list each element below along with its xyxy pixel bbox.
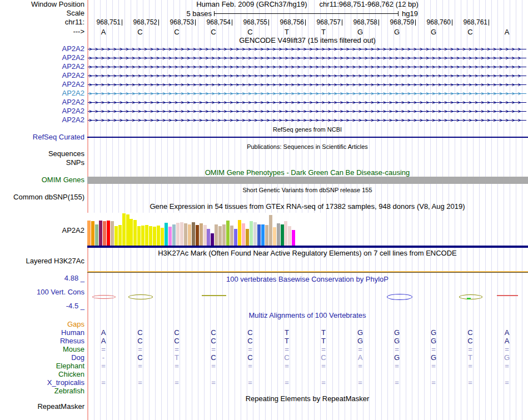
omim-track-title[interactable]: OMIM Gene Phenotypes - Dark Green Can Be… <box>87 169 527 177</box>
dbsnp-track-title[interactable]: Short Genetic Variants from dbSNP releas… <box>87 186 527 194</box>
phylop-wiggle-mark <box>387 294 412 300</box>
gene-transcript-row[interactable]: >>>>>>>>>>>>>>>>>>>>>>>>>>>>>>>>>>>>>>>>… <box>87 71 527 80</box>
alignment-base: = <box>96 345 111 353</box>
gene-transcript-row[interactable]: >>>>>>>>>>>>>>>>>>>>>>>>>>>>>>>>>>>>>>>>… <box>87 80 527 89</box>
ruler-tick-mark <box>232 19 232 26</box>
gtex-tissue-bar <box>265 225 268 246</box>
layered-h3k27ac-label[interactable]: Layered H3K27Ac <box>0 257 84 265</box>
gtex-track-title[interactable]: Gene Expression in 54 tissues from GTEx … <box>87 203 527 211</box>
alignment-base: T <box>316 337 331 345</box>
strand-arrowheads: >>>>>>>>>>>>>>>>>>>>>>>>>>>>>>>>>>>>>>>>… <box>89 107 524 116</box>
gtex-tissue-bar <box>165 223 168 246</box>
omim-gene-bar[interactable] <box>87 177 528 184</box>
alignment-base: = <box>280 362 294 370</box>
refseq-curated-label[interactable]: RefSeq Curated <box>0 133 84 141</box>
sequences-label[interactable]: Sequences <box>0 150 84 158</box>
gene-transcript-row[interactable]: >>>>>>>>>>>>>>>>>>>>>>>>>>>>>>>>>>>>>>>>… <box>87 53 527 62</box>
gtex-tissue-bar <box>184 223 187 246</box>
alignment-base: = <box>96 362 111 370</box>
gtex-tissue-bar <box>141 226 145 246</box>
refseq-track-title[interactable]: RefSeq genes from NCBI <box>87 126 527 133</box>
publications-track-title[interactable]: Publications: Sequences in Scientific Ar… <box>87 143 527 151</box>
ruler-tick-mark <box>268 19 269 26</box>
gtex-tissue-bar <box>292 230 295 246</box>
alignment-base: = <box>463 362 477 370</box>
phylop-track-title[interactable]: 100 vertebrates Basewise Conservation by… <box>87 276 527 283</box>
alignment-base: G <box>500 353 514 362</box>
alignment-base: = <box>206 378 221 387</box>
gtex-tissue-bar <box>103 221 106 246</box>
gencode-gene-label[interactable]: AP2A2 <box>0 89 84 97</box>
species-label-chicken[interactable]: Chicken <box>0 370 84 378</box>
gene-transcript-row[interactable]: >>>>>>>>>>>>>>>>>>>>>>>>>>>>>>>>>>>>>>>>… <box>87 89 527 98</box>
strand-arrowheads: >>>>>>>>>>>>>>>>>>>>>>>>>>>>>>>>>>>>>>>>… <box>89 53 524 62</box>
snps-label[interactable]: SNPs <box>0 159 84 167</box>
gencode-gene-label[interactable]: AP2A2 <box>0 107 84 115</box>
chromosome-label: chr11: <box>0 18 84 26</box>
multiz-track-title[interactable]: Multiz Alignments of 100 Vertebrates <box>87 312 527 319</box>
gene-transcript-row[interactable]: >>>>>>>>>>>>>>>>>>>>>>>>>>>>>>>>>>>>>>>>… <box>87 98 527 107</box>
gencode-gene-label[interactable]: AP2A2 <box>0 63 84 71</box>
ruler-tick-mark <box>342 19 342 26</box>
gene-transcript-row[interactable]: >>>>>>>>>>>>>>>>>>>>>>>>>>>>>>>>>>>>>>>>… <box>87 116 527 124</box>
alignment-base: = <box>426 362 441 370</box>
phylop-wiggle-mark <box>128 294 153 299</box>
alignment-base: = <box>280 345 294 353</box>
species-label-zebrafish[interactable]: Zebrafish <box>0 387 84 395</box>
repeatmasker-label[interactable]: RepeatMasker <box>0 403 84 411</box>
gencode-gene-label[interactable]: AP2A2 <box>0 54 84 62</box>
gtex-tissue-bar <box>269 215 272 246</box>
strand-arrowheads: >>>>>>>>>>>>>>>>>>>>>>>>>>>>>>>>>>>>>>>>… <box>89 89 524 98</box>
species-label-gaps[interactable]: Gaps <box>0 320 84 328</box>
common-dbsnp-label[interactable]: Common dbSNP(155) <box>0 193 84 201</box>
species-label-dog[interactable]: Dog <box>0 353 84 362</box>
gtex-tissue-bar <box>129 219 133 246</box>
alignment-base: T <box>170 353 184 362</box>
gene-transcript-row[interactable]: >>>>>>>>>>>>>>>>>>>>>>>>>>>>>>>>>>>>>>>>… <box>87 107 527 116</box>
gene-transcript-row[interactable]: >>>>>>>>>>>>>>>>>>>>>>>>>>>>>>>>>>>>>>>>… <box>87 44 527 53</box>
gtex-tissue-bar <box>215 224 218 246</box>
alignment-base: A <box>500 337 514 345</box>
alignment-base: = <box>316 345 331 353</box>
gencode-gene-label[interactable]: AP2A2 <box>0 72 84 79</box>
gtex-tissue-bar <box>238 220 241 246</box>
gtex-tissue-bar <box>161 228 164 246</box>
scale-bar-right-tick <box>398 11 399 16</box>
refseq-gene-line[interactable] <box>87 137 528 138</box>
omim-genes-label[interactable]: OMIM Genes <box>0 176 84 184</box>
species-label-elephant[interactable]: Elephant <box>0 362 84 370</box>
gencode-gene-label[interactable]: AP2A2 <box>0 98 84 106</box>
h3k27ac-track-title[interactable]: H3K27Ac Mark (Often Found Near Active Re… <box>87 249 527 257</box>
phylop-track-label[interactable]: 100 Vert. Cons <box>0 288 84 296</box>
gtex-gene-label[interactable]: AP2A2 <box>0 227 84 234</box>
alignment-base: C <box>463 337 477 345</box>
gene-transcript-row[interactable]: >>>>>>>>>>>>>>>>>>>>>>>>>>>>>>>>>>>>>>>>… <box>87 62 527 71</box>
alignment-base: T <box>280 328 294 337</box>
alignment-base: = <box>463 378 477 387</box>
gencode-gene-label[interactable]: AP2A2 <box>0 81 84 88</box>
gencode-gene-label[interactable]: AP2A2 <box>0 116 84 124</box>
strand-arrowheads: >>>>>>>>>>>>>>>>>>>>>>>>>>>>>>>>>>>>>>>>… <box>89 71 524 80</box>
genome-browser: Window Position Human Feb. 2009 (GRCh37/… <box>0 0 528 420</box>
gtex-tissue-bar <box>230 226 233 246</box>
alignment-base: = <box>206 362 221 370</box>
alignment-base: C <box>280 353 294 362</box>
alignment-base: G <box>426 337 441 345</box>
species-label-rhesus[interactable]: Rhesus <box>0 337 84 345</box>
gtex-tissue-bar <box>99 221 102 246</box>
gtex-tissue-bar <box>288 226 291 246</box>
ruler-position-number: 968,759 <box>382 18 414 26</box>
alignment-base: G <box>390 337 404 345</box>
gencode-track-title[interactable]: GENCODE V49lift37 (15 items filtered out… <box>87 37 527 44</box>
species-label-human[interactable]: Human <box>0 328 84 337</box>
gtex-tissue-bar <box>133 220 137 246</box>
species-label-x_tropicalis[interactable]: X_tropicalis <box>0 378 84 387</box>
alignment-base: G <box>426 328 441 337</box>
alignment-base: G <box>353 337 367 345</box>
repeatmasker-track-title[interactable]: Repeating Elements by RepeatMasker <box>87 395 527 403</box>
ruler-position-number: 968,758 <box>345 18 377 26</box>
species-label-mouse[interactable]: Mouse <box>0 345 84 353</box>
reference-base: C <box>170 28 184 36</box>
gencode-gene-label[interactable]: AP2A2 <box>0 45 84 53</box>
alignment-base: A <box>96 328 111 337</box>
